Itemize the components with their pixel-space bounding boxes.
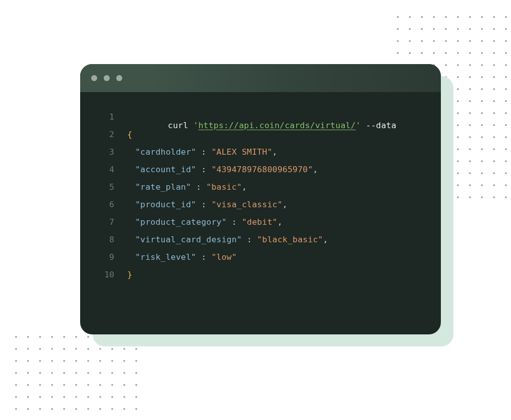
- code-content: "cardholder" : "ALEX SMITH",: [116, 148, 278, 157]
- json-comma: ,: [242, 182, 247, 192]
- json-key: "virtual_card_design": [135, 235, 242, 244]
- json-value: "439478976800965970": [211, 165, 313, 174]
- window-control-close[interactable]: [91, 75, 97, 81]
- line-number: 5: [97, 183, 116, 192]
- code-line: 5 "rate_plan" : "basic",: [97, 183, 424, 201]
- code-content: curl 'https://api.coin/cards/virtual/' -…: [116, 113, 396, 138]
- api-url[interactable]: https://api.coin/cards/virtual/: [198, 121, 356, 130]
- json-key: "product_id": [135, 200, 196, 209]
- line-number: 4: [97, 166, 116, 174]
- code-line: 10 }: [97, 271, 424, 288]
- brace-open: {: [127, 130, 132, 139]
- window-titlebar: [80, 64, 441, 92]
- json-value: "visa_classic": [211, 200, 283, 209]
- json-colon: :: [191, 182, 206, 192]
- json-value: "low": [211, 252, 237, 262]
- json-value: "debit": [242, 217, 278, 227]
- code-content: "product_category" : "debit",: [116, 218, 283, 227]
- json-value: "ALEX SMITH": [211, 147, 273, 157]
- line-number: 6: [97, 201, 116, 209]
- code-line: 4 "account_id" : "439478976800965970",: [97, 166, 424, 183]
- json-value: "black_basic": [257, 235, 323, 244]
- json-key: "product_category": [135, 217, 226, 227]
- json-colon: :: [196, 252, 211, 262]
- code-line: 6 "product_id" : "visa_classic",: [97, 201, 424, 218]
- json-comma: ,: [323, 235, 328, 244]
- terminal-window: 1 curl 'https://api.coin/cards/virtual/'…: [80, 64, 441, 334]
- line-number: 9: [97, 253, 116, 262]
- code-line: 8 "virtual_card_design" : "black_basic",: [97, 236, 424, 253]
- code-content: "account_id" : "439478976800965970",: [116, 166, 318, 174]
- json-colon: :: [226, 217, 241, 227]
- json-key: "rate_plan": [135, 182, 191, 192]
- code-content: "virtual_card_design" : "black_basic",: [116, 236, 328, 244]
- json-colon: :: [196, 200, 211, 209]
- code-line: 3 "cardholder" : "ALEX SMITH",: [97, 148, 424, 166]
- line-number: 1: [97, 113, 116, 122]
- json-key: "cardholder": [135, 147, 196, 157]
- line-number: 7: [97, 218, 116, 227]
- code-content: "rate_plan" : "basic",: [116, 183, 247, 192]
- code-line: 1 curl 'https://api.coin/cards/virtual/'…: [97, 113, 424, 131]
- code-content: "product_id" : "visa_classic",: [116, 201, 288, 209]
- curl-flag: --data: [361, 121, 396, 130]
- line-number: 10: [97, 271, 116, 279]
- window-control-minimize[interactable]: [104, 75, 110, 81]
- json-colon: :: [196, 165, 211, 174]
- json-key: "risk_level": [135, 252, 196, 262]
- json-comma: ,: [273, 147, 278, 157]
- code-content: "risk_level" : "low": [116, 253, 237, 262]
- json-colon: :: [196, 147, 211, 157]
- json-value: "basic": [206, 182, 242, 192]
- json-comma: ,: [278, 217, 283, 227]
- json-key: "account_id": [135, 165, 196, 174]
- quote-open: ': [193, 121, 198, 130]
- line-number: 8: [97, 236, 116, 244]
- window-control-zoom[interactable]: [116, 75, 122, 81]
- curl-command: curl: [168, 121, 193, 130]
- json-comma: ,: [283, 200, 288, 209]
- line-number: 3: [97, 148, 116, 157]
- code-content: {: [116, 131, 132, 139]
- json-colon: :: [242, 235, 257, 244]
- line-number: 2: [97, 131, 116, 139]
- code-line: 9 "risk_level" : "low": [97, 253, 424, 271]
- code-area: 1 curl 'https://api.coin/cards/virtual/'…: [80, 92, 441, 288]
- brace-close: }: [127, 270, 132, 279]
- code-content: }: [116, 271, 132, 279]
- code-line: 7 "product_category" : "debit",: [97, 218, 424, 236]
- json-comma: ,: [313, 165, 318, 174]
- quote-close: ': [356, 121, 361, 130]
